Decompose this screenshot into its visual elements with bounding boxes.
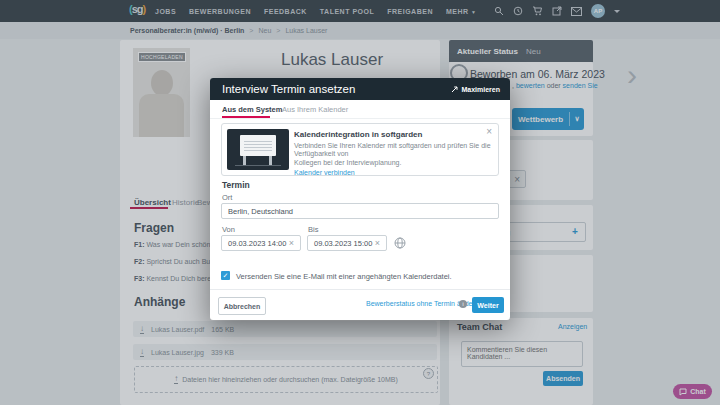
app-window: (sg) JOBS BEWERBUNGEN FEEDBACK TALENT PO… xyxy=(0,0,720,405)
clear-bis-icon[interactable]: × xyxy=(375,238,380,248)
cancel-button[interactable]: Abbrechen xyxy=(218,297,266,315)
integration-text-line1: Verbinden Sie Ihren Kalender mit softgar… xyxy=(294,142,498,159)
modal-tab-kalender[interactable]: Aus Ihrem Kalender xyxy=(282,105,348,114)
modal-tab-system[interactable]: Aus dem System xyxy=(222,105,282,114)
integration-text-line2: Kollegen bei der Interviewplanung. xyxy=(294,159,498,168)
calendar-illustration xyxy=(227,129,289,170)
bis-label: Bis xyxy=(308,225,318,234)
calendar-integration-box: Kalenderintegration in softgarden Verbin… xyxy=(221,123,499,176)
modal-header: Interview Termin ansetzen Maximieren xyxy=(210,78,510,100)
termin-section-heading: Termin xyxy=(222,180,250,190)
next-button[interactable]: Weiter xyxy=(472,297,504,313)
von-input[interactable]: 09.03.2023 14:00 × xyxy=(221,235,301,251)
send-email-checkbox-label: Versenden Sie eine E-Mail mit einer ange… xyxy=(236,272,452,281)
modal-tab-active-indicator xyxy=(222,116,270,118)
modal-footer-divider xyxy=(210,289,510,290)
bis-input[interactable]: 09.03.2023 15:00 × xyxy=(307,235,387,251)
info-icon[interactable]: i xyxy=(459,300,467,308)
maximize-button[interactable]: Maximieren xyxy=(451,86,500,93)
ort-input[interactable] xyxy=(221,203,499,219)
von-label: Von xyxy=(222,225,235,234)
send-email-checkbox[interactable]: ✓ xyxy=(221,271,230,280)
interview-modal: Interview Termin ansetzen Maximieren Aus… xyxy=(210,78,510,320)
close-icon[interactable]: × xyxy=(486,126,492,137)
ort-label: Ort xyxy=(222,193,232,202)
timezone-globe-icon[interactable] xyxy=(394,237,406,249)
modal-title: Interview Termin ansetzen xyxy=(222,83,451,95)
maximize-icon xyxy=(451,86,458,93)
integration-title: Kalenderintegration in softgarden xyxy=(294,131,498,140)
maximize-label: Maximieren xyxy=(461,86,500,93)
clear-von-icon[interactable]: × xyxy=(289,238,294,248)
connect-calendar-link[interactable]: Kalender verbinden xyxy=(294,169,498,178)
